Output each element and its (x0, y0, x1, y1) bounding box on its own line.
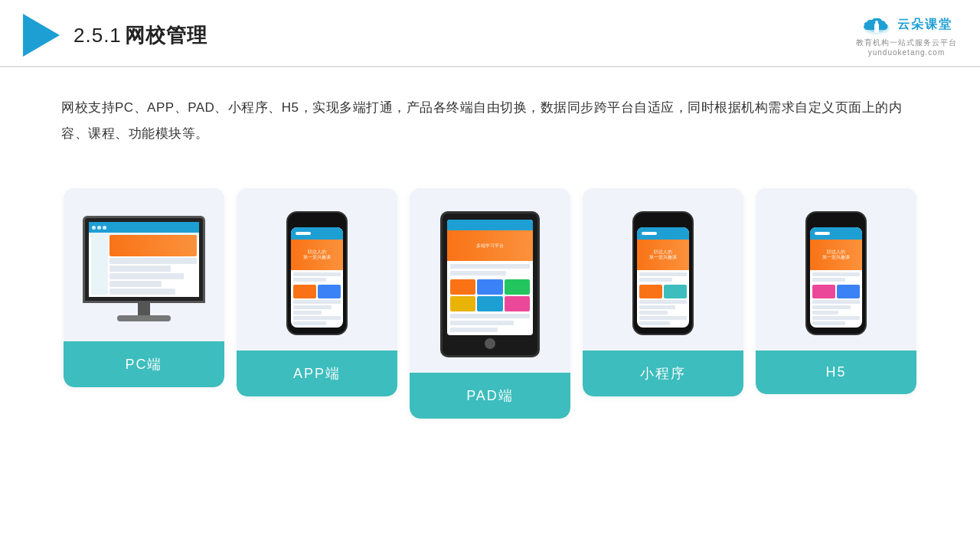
card-app: 职达人的第一堂兴趣课 (237, 188, 397, 396)
phone-mockup-mini: 职达人的第一堂兴趣课 (632, 211, 694, 335)
card-image-pad: 多端学习平台 (410, 188, 570, 373)
cards-container: PC端 职达人的第一堂兴趣课 (0, 170, 980, 419)
tablet-mockup: 多端学习平台 (440, 211, 540, 357)
card-image-app: 职达人的第一堂兴趣课 (237, 188, 397, 350)
brand-name: 云朵课堂 (897, 17, 952, 33)
card-image-pc (64, 188, 224, 341)
card-pad: 多端学习平台 (410, 188, 570, 419)
card-label-h5: H5 (756, 350, 916, 394)
cloud-logo-wrap: 云朵课堂 (861, 15, 952, 36)
phone-mockup-app: 职达人的第一堂兴趣课 (286, 211, 348, 335)
card-label-pad: PAD端 (410, 373, 570, 419)
logo-triangle-icon (23, 14, 60, 57)
card-label-app: APP端 (237, 350, 397, 396)
phone-mockup-h5: 职达人的第一堂兴趣课 (805, 211, 867, 335)
pc-mockup (83, 216, 205, 321)
brand-logo: 云朵课堂 教育机构一站式服务云平台 yunduoketang.com (856, 15, 957, 57)
brand-tagline: 教育机构一站式服务云平台 yunduoketang.com (856, 37, 957, 57)
card-image-miniprogram: 职达人的第一堂兴趣课 (583, 188, 743, 350)
header-left: 2.5.1网校管理 (23, 14, 207, 57)
description-text: 网校支持PC、APP、PAD、小程序、H5，实现多端打通，产品各终端自由切换，数… (0, 67, 980, 162)
cloud-icon (861, 15, 893, 36)
page-title: 2.5.1网校管理 (74, 22, 207, 49)
card-image-h5: 职达人的第一堂兴趣课 (756, 188, 916, 350)
card-miniprogram: 职达人的第一堂兴趣课 (583, 188, 743, 396)
card-pc: PC端 (64, 188, 224, 387)
card-label-miniprogram: 小程序 (583, 350, 743, 396)
header: 2.5.1网校管理 云朵课堂 教育机构一站式服务云平台 yunduoketang… (0, 0, 980, 67)
svg-point-2 (875, 21, 878, 24)
card-label-pc: PC端 (64, 341, 224, 387)
card-h5: 职达人的第一堂兴趣课 (756, 188, 916, 394)
